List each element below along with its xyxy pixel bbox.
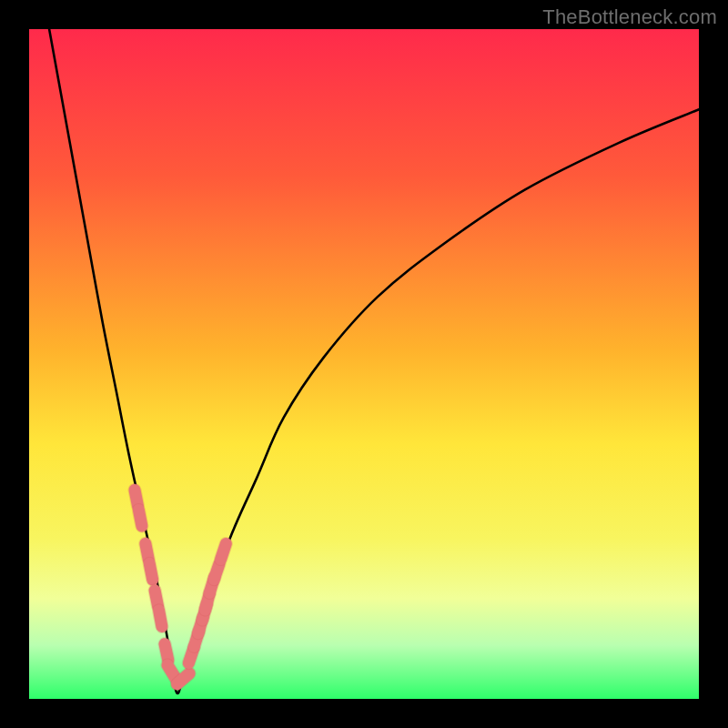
marker-group [135, 490, 226, 683]
curve-marker-outline [135, 490, 138, 506]
watermark-label: TheBottleneck.com [542, 5, 717, 29]
curve-marker-outline [146, 543, 149, 560]
curve-marker-outline [202, 604, 207, 620]
chart-frame: TheBottleneck.com [0, 0, 728, 728]
curve-marker [155, 591, 158, 607]
curve-marker-outline [188, 648, 194, 663]
curve-marker-outline [159, 611, 162, 627]
curve-marker [149, 563, 153, 580]
curve-marker [165, 644, 168, 661]
curve-marker [146, 543, 149, 560]
curve-marker-outline [155, 591, 158, 607]
curve-marker-outline [165, 644, 168, 661]
plot-area [29, 29, 699, 699]
curve-marker [209, 577, 214, 592]
curve-marker-outline [205, 594, 209, 610]
curve-marker-outline [149, 563, 153, 580]
curve-marker [198, 617, 203, 632]
curve-marker [177, 673, 190, 684]
curve-marker [138, 511, 142, 527]
curve-marker-outline [221, 544, 227, 560]
curve-marker-outline [138, 511, 142, 527]
curve-marker [159, 611, 162, 627]
curve-marker [202, 604, 207, 620]
curve-marker-outline [198, 617, 203, 632]
curve-marker-outline [209, 577, 214, 592]
curve-svg [29, 29, 699, 699]
curve-marker [221, 544, 227, 560]
curve-marker [188, 648, 194, 663]
curve-marker [167, 665, 177, 679]
curve-marker [194, 631, 198, 646]
curve-marker [205, 594, 209, 610]
curve-marker-outline [167, 665, 177, 679]
curve-path [49, 29, 699, 693]
curve-marker-outline [214, 564, 219, 580]
bottleneck-curve [49, 29, 699, 693]
curve-marker-outline [177, 673, 190, 684]
curve-marker [214, 564, 219, 580]
curve-marker [135, 490, 138, 506]
curve-marker-outline [194, 631, 198, 646]
